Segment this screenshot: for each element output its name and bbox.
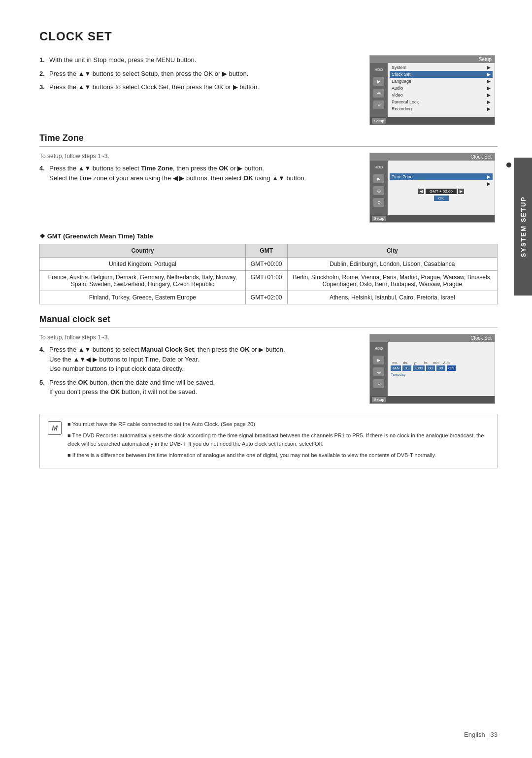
label-auto: Auto bbox=[442, 361, 451, 364]
tz-right-arrow: ▶ bbox=[458, 189, 464, 194]
page-container: SYSTEM SETUP CLOCK SET 1. With the unit … bbox=[0, 0, 532, 758]
clock-field-labels: mo. da. yr. hr. min. Auto bbox=[391, 361, 492, 364]
tz-left-arrow: ◀ bbox=[418, 189, 424, 194]
note-3: If there is a difference between the tim… bbox=[67, 451, 489, 460]
country-1: United Kingdom, Portugal bbox=[40, 258, 246, 271]
col-city: City bbox=[287, 244, 497, 258]
mc-step-4: 4. Press the ▲▼ buttons to select Manual… bbox=[39, 345, 358, 374]
menu-language: Language▶ bbox=[390, 78, 493, 85]
label-hr: hr. bbox=[422, 361, 431, 364]
tz-sidebar-icon-2: ◎ bbox=[373, 186, 384, 195]
val-min: 00 bbox=[436, 365, 445, 371]
menu-recording: Recording▶ bbox=[390, 105, 493, 112]
country-3: Finland, Turkey, Greece, Eastern Europe bbox=[40, 291, 246, 304]
tz-steps: 4. Press the ▲▼ buttons to select Time Z… bbox=[39, 164, 358, 183]
sidebar-icon-3: ⚙ bbox=[373, 100, 384, 109]
val-yr: 2003 bbox=[413, 365, 425, 371]
tz-sidebar-icon-1: ▶ bbox=[373, 174, 384, 183]
tz-time-zone-item: Time Zone▶ bbox=[390, 173, 493, 180]
side-tab-label: SYSTEM SETUP bbox=[520, 196, 527, 257]
setup-screen: Setup HDD ▶ ◎ ⚙ System▶ Clock Set▶ Langu… bbox=[369, 55, 498, 125]
note-box: M You must have the RF cable connected t… bbox=[39, 414, 498, 468]
clock-set-steps: 1. With the unit in Stop mode, press the… bbox=[39, 55, 358, 92]
clock-set-section: 1. With the unit in Stop mode, press the… bbox=[39, 55, 498, 125]
gmt-3: GMT+02:00 bbox=[245, 291, 287, 304]
menu-video: Video▶ bbox=[390, 92, 493, 99]
manual-clock-text: To setup, follow steps 1~3. 4. Press the… bbox=[39, 334, 358, 404]
page-footer: English _33 bbox=[464, 731, 498, 738]
day-display: Tuesday bbox=[391, 372, 492, 377]
sidebar-icon-1: ▶ bbox=[373, 77, 384, 86]
gmt-table: Country GMT City United Kingdom, Portuga… bbox=[39, 244, 498, 304]
clock-set-text: 1. With the unit in Stop mode, press the… bbox=[39, 55, 358, 125]
step-1: 1. With the unit in Stop mode, press the… bbox=[39, 55, 358, 65]
tz-hdd-label: HDD bbox=[373, 163, 384, 171]
footer-text: English _33 bbox=[464, 731, 498, 738]
mc-sidebar-icon-3: ⚙ bbox=[373, 379, 384, 388]
table-row: Finland, Turkey, Greece, Eastern Europe … bbox=[40, 291, 498, 304]
label-min: min. bbox=[432, 361, 441, 364]
val-da: 01 bbox=[402, 365, 411, 371]
clock-field-values: JAN 01 2003 00 00 ON bbox=[391, 365, 492, 371]
col-country: Country bbox=[40, 244, 246, 258]
tz-ok-btn: OK bbox=[434, 196, 449, 201]
mc-screen-title: Clock Set bbox=[370, 334, 495, 342]
col-gmt: GMT bbox=[245, 244, 287, 258]
mc-setup-btn: Setup bbox=[372, 397, 386, 402]
screen-title: Setup bbox=[370, 56, 495, 63]
tz-intro: To setup, follow steps 1~3. bbox=[39, 153, 358, 160]
hdd-label: HDD bbox=[373, 65, 384, 74]
mc-tv-screen: Clock Set HDD ▶ ◎ ⚙ mo. da. yr. hr. bbox=[369, 334, 495, 404]
city-1: Dublin, Edinburgh, London, Lisbon, Casab… bbox=[287, 258, 497, 271]
step-3: 3. Press the ▲▼ buttons to select Clock … bbox=[39, 82, 358, 92]
menu-parental: Parental Lock▶ bbox=[390, 99, 493, 105]
manual-clock-screen: Clock Set HDD ▶ ◎ ⚙ mo. da. yr. hr. bbox=[369, 334, 498, 404]
time-zone-heading: Time Zone bbox=[39, 133, 498, 147]
label-yr: yr. bbox=[411, 361, 420, 364]
tz-setup-btn: Setup bbox=[372, 216, 386, 221]
mc-sidebar-icon-1: ▶ bbox=[373, 356, 384, 364]
sidebar-icon-2: ◎ bbox=[373, 89, 384, 98]
menu-clockset: Clock Set▶ bbox=[390, 71, 493, 78]
tz-sidebar-icon-3: ⚙ bbox=[373, 198, 384, 207]
val-mo: JAN bbox=[391, 365, 401, 371]
manual-clock-section: To setup, follow steps 1~3. 4. Press the… bbox=[39, 334, 498, 404]
time-zone-screen: Clock Set HDD ▶ ◎ ⚙ Time Zone▶ ▶ ◀ GMT +… bbox=[369, 153, 498, 223]
side-tab: SYSTEM SETUP bbox=[514, 158, 532, 296]
tz-screen-title: Clock Set bbox=[370, 153, 495, 161]
city-3: Athens, Helsinki, Istanbul, Cairo, Preto… bbox=[287, 291, 497, 304]
val-hr: 00 bbox=[426, 365, 435, 371]
setup-tv-screen: Setup HDD ▶ ◎ ⚙ System▶ Clock Set▶ Langu… bbox=[369, 55, 495, 125]
country-2: France, Austria, Belgium, Demark, German… bbox=[40, 271, 246, 291]
menu-system: System▶ bbox=[390, 64, 493, 71]
table-row: United Kingdom, Portugal GMT+00:00 Dubli… bbox=[40, 258, 498, 271]
tz-step-4: 4. Press the ▲▼ buttons to select Time Z… bbox=[39, 164, 358, 183]
tz-tv-screen: Clock Set HDD ▶ ◎ ⚙ Time Zone▶ ▶ ◀ GMT +… bbox=[369, 153, 495, 223]
table-row: France, Austria, Belgium, Demark, German… bbox=[40, 271, 498, 291]
setup-btn: Setup bbox=[372, 118, 386, 124]
time-zone-section: To setup, follow steps 1~3. 4. Press the… bbox=[39, 153, 498, 223]
mc-hdd-label: HDD bbox=[373, 344, 384, 353]
step-2: 2. Press the ▲▼ buttons to select Setup,… bbox=[39, 69, 358, 79]
mc-steps: 4. Press the ▲▼ buttons to select Manual… bbox=[39, 345, 358, 397]
side-dot bbox=[506, 163, 511, 167]
tz-row: ◀ GMT + 02:00 ▶ bbox=[418, 189, 464, 194]
label-da: da. bbox=[401, 361, 410, 364]
city-2: Berlin, Stockholm, Rome, Vienna, Paris, … bbox=[287, 271, 497, 291]
tz-item2: ▶ bbox=[390, 180, 493, 187]
mc-intro: To setup, follow steps 1~3. bbox=[39, 334, 358, 341]
val-auto: ON bbox=[447, 365, 456, 371]
mc-sidebar-icon-2: ◎ bbox=[373, 367, 384, 376]
menu-audio: Audio▶ bbox=[390, 85, 493, 92]
note-2: The DVD Recorder automatically sets the … bbox=[67, 431, 489, 449]
note-icon: M bbox=[48, 421, 62, 435]
mc-step-5: 5. Press the OK button, then the date an… bbox=[39, 378, 358, 397]
main-heading: CLOCK SET bbox=[39, 30, 498, 45]
manual-clock-heading: Manual clock set bbox=[39, 314, 498, 328]
note-1: You must have the RF cable connected to … bbox=[67, 420, 489, 429]
tz-gmt-value: GMT + 02:00 bbox=[426, 189, 457, 194]
gmt-1: GMT+00:00 bbox=[245, 258, 287, 271]
note-content: You must have the RF cable connected to … bbox=[67, 420, 489, 462]
gmt-2: GMT+01:00 bbox=[245, 271, 287, 291]
gmt-section: GMT (Greenwich Mean Time) Table Country … bbox=[39, 232, 498, 304]
